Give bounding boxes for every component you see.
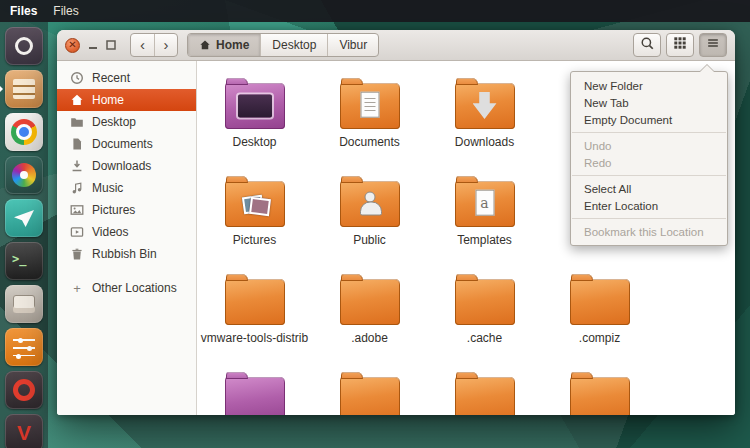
menu-item-new-tab[interactable]: New Tab <box>571 94 727 111</box>
music-note-icon <box>70 181 84 195</box>
settings-sliders-icon[interactable] <box>5 328 43 366</box>
search-button[interactable] <box>633 33 661 57</box>
search-icon <box>640 36 655 55</box>
path-label: Home <box>216 38 249 52</box>
templates-folder-icon <box>455 181 515 227</box>
sidebar-item-music[interactable]: Music <box>57 177 196 199</box>
sidebar-item-label: Recent <box>92 71 130 85</box>
ubuntu-dash-icon[interactable] <box>5 27 43 65</box>
file-item-partial[interactable] <box>427 365 542 415</box>
close-button[interactable]: ✕ <box>65 38 80 53</box>
file-item-downloads[interactable]: Downloads <box>427 71 542 169</box>
file-label: Desktop <box>232 136 276 149</box>
file-item-compiz[interactable]: .compiz <box>542 267 657 365</box>
photos-emblem <box>243 194 267 214</box>
sidebar-item-downloads[interactable]: Downloads <box>57 155 196 177</box>
sidebar-item-recent[interactable]: Recent <box>57 67 196 89</box>
sidebar-item-label: Home <box>92 93 124 107</box>
menu-item-undo: Undo <box>571 137 727 154</box>
sidebar-item-home[interactable]: Home <box>57 89 196 111</box>
topbar-menu-files[interactable]: Files <box>53 4 78 18</box>
document-icon <box>70 137 84 151</box>
files-app-icon[interactable] <box>5 70 43 108</box>
path-button-home[interactable]: Home <box>188 34 260 56</box>
file-item-vmware-tools-distrib[interactable]: vmware-tools-distrib <box>197 267 312 365</box>
sidebar-item-label: Desktop <box>92 115 136 129</box>
hamburger-menu-button[interactable] <box>699 33 727 57</box>
maximize-button[interactable] <box>106 40 116 50</box>
minimize-button[interactable] <box>88 40 98 50</box>
sidebar-item-other-locations[interactable]: + Other Locations <box>57 277 196 299</box>
folder-icon <box>225 279 285 325</box>
file-item-adobe[interactable]: .adobe <box>312 267 427 365</box>
file-item-partial[interactable] <box>312 365 427 415</box>
file-label: Downloads <box>455 136 514 149</box>
photos-icon[interactable] <box>5 156 43 194</box>
folder-icon <box>70 115 84 129</box>
menu-item-enter-location[interactable]: Enter Location <box>571 197 727 214</box>
back-button[interactable]: ‹ <box>131 34 154 56</box>
sidebar-item-label: Music <box>92 181 123 195</box>
pictures-folder-icon <box>225 181 285 227</box>
sidebar-item-documents[interactable]: Documents <box>57 133 196 155</box>
sidebar-item-rubbish-bin[interactable]: Rubbish Bin <box>57 243 196 265</box>
topbar-app-name: Files <box>10 4 37 18</box>
file-item-public[interactable]: Public <box>312 169 427 267</box>
file-item-pictures[interactable]: Pictures <box>197 169 312 267</box>
documents-folder-icon <box>340 83 400 129</box>
messenger-icon[interactable] <box>5 199 43 237</box>
grid-view-button[interactable] <box>666 33 694 57</box>
desktop-screen: Files Files ✕ <box>0 0 750 448</box>
folder-icon <box>570 377 630 415</box>
sidebar-item-label: Documents <box>92 137 153 151</box>
file-label: Templates <box>457 234 512 247</box>
menu-item-redo: Redo <box>571 154 727 171</box>
hamburger-menu-icon <box>706 36 720 54</box>
forward-button[interactable]: › <box>154 34 177 56</box>
unity-launcher <box>0 22 48 448</box>
nav-group: ‹ › <box>130 33 178 57</box>
file-label: vmware-tools-distrib <box>201 332 308 345</box>
downloads-folder-icon <box>455 83 515 129</box>
folder-icon <box>570 279 630 325</box>
vibur-app-icon[interactable] <box>5 414 43 448</box>
sidebar-item-pictures[interactable]: Pictures <box>57 199 196 221</box>
red-ring-app-icon[interactable] <box>5 371 43 409</box>
public-folder-icon <box>340 181 400 227</box>
top-menubar: Files Files <box>0 0 750 22</box>
person-emblem <box>359 192 381 216</box>
menu-item-select-all[interactable]: Select All <box>571 180 727 197</box>
folder-icon <box>455 377 515 415</box>
home-icon <box>70 93 84 107</box>
terminal-icon[interactable] <box>5 242 43 280</box>
file-item-cache[interactable]: .cache <box>427 267 542 365</box>
file-item-partial[interactable] <box>542 365 657 415</box>
menu-item-new-folder[interactable]: New Folder <box>571 77 727 94</box>
path-button-desktop[interactable]: Desktop <box>260 34 327 56</box>
running-indicator-arrow <box>0 85 3 93</box>
folder-icon <box>225 377 285 415</box>
file-item-documents[interactable]: Documents <box>312 71 427 169</box>
chrome-icon[interactable] <box>5 113 43 151</box>
file-item-desktop[interactable]: Desktop <box>197 71 312 169</box>
sidebar-item-label: Rubbish Bin <box>92 247 157 261</box>
picture-icon <box>70 203 84 217</box>
file-label: Documents <box>339 136 400 149</box>
file-item-partial[interactable] <box>197 365 312 415</box>
file-item-templates[interactable]: Templates <box>427 169 542 267</box>
file-label: .cache <box>467 332 502 345</box>
menu-separator <box>572 132 726 133</box>
video-icon <box>70 225 84 239</box>
path-button-vibur[interactable]: Vibur <box>327 34 378 56</box>
sidebar-item-videos[interactable]: Videos <box>57 221 196 243</box>
places-sidebar: Recent Home Desktop Documents Downloads <box>57 61 197 415</box>
header-actions <box>633 33 727 57</box>
pathbar: Home Desktop Vibur <box>187 33 379 57</box>
sidebar-item-label: Pictures <box>92 203 135 217</box>
grid-view-icon <box>673 36 687 54</box>
sidebar-item-desktop[interactable]: Desktop <box>57 111 196 133</box>
menu-item-empty-document[interactable]: Empty Document <box>571 111 727 128</box>
document-emblem <box>360 92 379 118</box>
software-icon[interactable] <box>5 285 43 323</box>
folder-icon <box>455 279 515 325</box>
